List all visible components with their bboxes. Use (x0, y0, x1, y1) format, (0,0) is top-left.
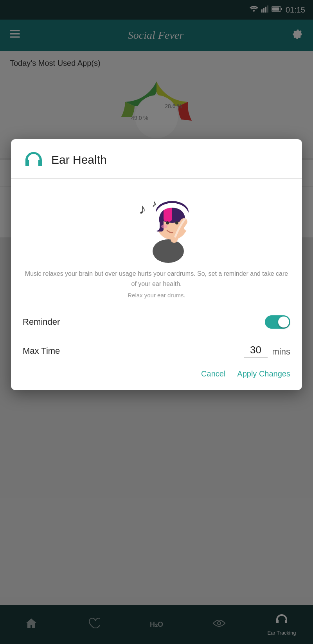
modal-actions: Cancel Apply Changes (23, 364, 290, 380)
svg-text:♪: ♪ (139, 201, 146, 217)
max-time-unit: mins (272, 347, 290, 358)
reminder-row: Reminder (23, 308, 290, 336)
illustration-area: ♪ ♪ (23, 186, 290, 269)
svg-rect-30 (152, 220, 160, 231)
toggle-knob (278, 317, 289, 327)
svg-point-27 (175, 221, 178, 224)
svg-point-32 (153, 239, 184, 263)
svg-point-28 (161, 224, 167, 228)
cancel-button[interactable]: Cancel (201, 369, 225, 378)
svg-text:♪: ♪ (152, 198, 156, 209)
max-time-value[interactable]: 30 (244, 344, 268, 358)
apply-changes-button[interactable]: Apply Changes (237, 369, 290, 378)
ear-health-modal: Ear Health ♪ ♪ (11, 139, 302, 390)
modal-description: Music relaxes your brain but over usage … (23, 269, 290, 289)
max-time-input-group: 30 mins (244, 344, 290, 358)
modal-header: Ear Health (11, 139, 302, 179)
ear-health-illustration: ♪ ♪ (117, 190, 196, 261)
svg-point-26 (166, 221, 169, 224)
reminder-label: Reminder (23, 317, 60, 327)
max-time-label: Max Time (23, 346, 244, 356)
reminder-toggle[interactable] (265, 315, 290, 329)
modal-sub-description: Relax your ear drums. (23, 292, 290, 298)
modal-body: ♪ ♪ (11, 179, 302, 390)
modal-title: Ear Health (51, 153, 107, 166)
max-time-row: Max Time 30 mins (23, 336, 290, 364)
modal-headphones-icon (23, 149, 44, 170)
